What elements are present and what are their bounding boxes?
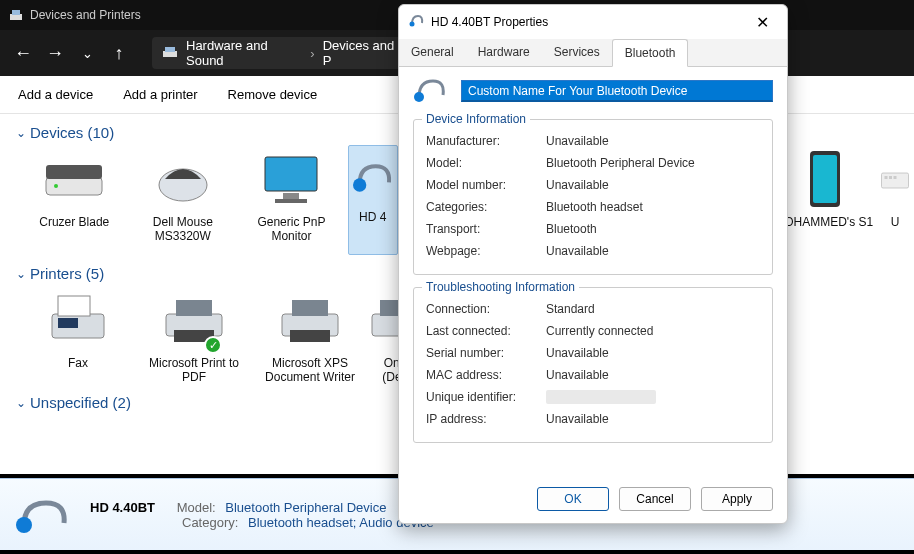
device-tile-selected[interactable]: HD 4 (348, 145, 398, 255)
forward-button[interactable]: → (40, 38, 70, 68)
tab-general[interactable]: General (399, 39, 466, 66)
device-name-input[interactable] (461, 80, 773, 102)
uid-label: Unique identifier: (426, 390, 546, 404)
mouse-icon (131, 149, 236, 209)
tab-services[interactable]: Services (542, 39, 612, 66)
ip-value: Unavailable (546, 412, 609, 426)
fax-icon (22, 290, 134, 350)
svg-rect-25 (292, 300, 328, 316)
ip-label: IP address: (426, 412, 546, 426)
device-tile[interactable]: Cruzer Blade (22, 145, 127, 255)
serial-label: Serial number: (426, 346, 546, 360)
device-tile[interactable]: U (880, 145, 910, 255)
apply-button[interactable]: Apply (701, 487, 773, 511)
device-label: HD 4 (349, 210, 397, 224)
devices-printers-icon (8, 7, 24, 23)
section-title: Devices (10) (30, 124, 114, 141)
svg-rect-26 (290, 330, 330, 342)
categories-value: Bluetooth headset (546, 200, 643, 214)
svg-rect-16 (889, 176, 892, 179)
status-category-label: Category: (182, 515, 238, 530)
svg-rect-15 (884, 176, 887, 179)
status-model-label: Model: (177, 500, 216, 515)
dialog-title: HD 4.40BT Properties (431, 15, 548, 29)
svg-point-6 (54, 184, 58, 188)
keyboard-icon (880, 149, 910, 209)
model-label: Model: (426, 156, 546, 170)
headset-icon (413, 77, 449, 105)
svg-rect-14 (881, 173, 908, 188)
add-printer-button[interactable]: Add a printer (123, 87, 197, 102)
location-icon (162, 44, 178, 63)
status-name: HD 4.40BT (90, 500, 155, 515)
cancel-button[interactable]: Cancel (619, 487, 691, 511)
address-bar[interactable]: Hardware and Sound › Devices and P (152, 37, 412, 69)
dialog-titlebar: HD 4.40BT Properties ✕ (399, 5, 787, 39)
svg-rect-17 (893, 176, 896, 179)
device-information-group: Device Information Manufacturer:Unavaila… (413, 119, 773, 275)
recent-locations-button[interactable]: ⌄ (72, 38, 102, 68)
breadcrumb-b[interactable]: Devices and P (323, 38, 402, 68)
drive-icon (22, 149, 127, 209)
chevron-down-icon: ⌄ (16, 126, 26, 140)
group-legend: Device Information (422, 112, 530, 126)
breadcrumb-a[interactable]: Hardware and Sound (186, 38, 302, 68)
device-label: Generic PnP Monitor (239, 215, 344, 243)
printer-icon (254, 290, 366, 350)
svg-rect-10 (275, 199, 307, 203)
webpage-value: Unavailable (546, 244, 609, 258)
back-button[interactable]: ← (8, 38, 38, 68)
svg-rect-20 (58, 318, 78, 328)
tab-bluetooth[interactable]: Bluetooth (612, 39, 689, 67)
headset-small-icon (409, 13, 425, 32)
printer-label: Fax (22, 356, 134, 370)
device-tile[interactable]: Generic PnP Monitor (239, 145, 344, 255)
model-number-label: Model number: (426, 178, 546, 192)
chevron-down-icon: ⌄ (16, 396, 26, 410)
manufacturer-label: Manufacturer: (426, 134, 546, 148)
monitor-icon (239, 149, 344, 209)
device-tile[interactable]: Dell Mouse MS3320W (131, 145, 236, 255)
manufacturer-value: Unavailable (546, 134, 609, 148)
printer-tile[interactable]: ✓ Microsoft Print to PDF (138, 286, 250, 384)
webpage-label: Webpage: (426, 244, 546, 258)
categories-label: Categories: (426, 200, 546, 214)
svg-point-30 (410, 21, 415, 26)
last-connected-label: Last connected: (426, 324, 546, 338)
ok-button[interactable]: OK (537, 487, 609, 511)
svg-rect-22 (176, 300, 212, 316)
svg-rect-5 (46, 165, 102, 179)
tab-hardware[interactable]: Hardware (466, 39, 542, 66)
window-title: Devices and Printers (30, 8, 141, 22)
default-check-icon: ✓ (204, 336, 222, 354)
connection-label: Connection: (426, 302, 546, 316)
headset-icon (349, 150, 397, 204)
troubleshooting-group: Troubleshooting Information Connection:S… (413, 287, 773, 443)
section-title: Printers (5) (30, 265, 104, 282)
device-label: Dell Mouse MS3320W (131, 215, 236, 243)
up-button[interactable]: ↑ (104, 38, 134, 68)
device-label: U (880, 215, 910, 229)
svg-point-11 (353, 178, 366, 191)
status-headset-icon (14, 495, 74, 535)
add-device-button[interactable]: Add a device (18, 87, 93, 102)
properties-dialog: HD 4.40BT Properties ✕ General Hardware … (398, 4, 788, 524)
device-label: Cruzer Blade (22, 215, 127, 229)
serial-value: Unavailable (546, 346, 609, 360)
uid-value-redacted (546, 390, 656, 404)
dialog-buttons: OK Cancel Apply (399, 477, 787, 523)
dialog-body: Device Information Manufacturer:Unavaila… (399, 67, 787, 477)
svg-rect-9 (283, 193, 299, 199)
breadcrumb-chevron-icon: › (310, 46, 314, 61)
model-number-value: Unavailable (546, 178, 609, 192)
dialog-tabs: General Hardware Services Bluetooth (399, 39, 787, 67)
svg-rect-13 (813, 155, 837, 203)
close-button[interactable]: ✕ (748, 10, 777, 35)
remove-device-button[interactable]: Remove device (228, 87, 318, 102)
printer-tile[interactable]: Fax (22, 286, 134, 384)
svg-point-31 (414, 92, 424, 102)
svg-point-29 (16, 517, 32, 533)
printer-tile[interactable]: Microsoft XPS Document Writer (254, 286, 366, 384)
last-connected-value: Currently connected (546, 324, 653, 338)
printer-label: Microsoft XPS Document Writer (254, 356, 366, 384)
